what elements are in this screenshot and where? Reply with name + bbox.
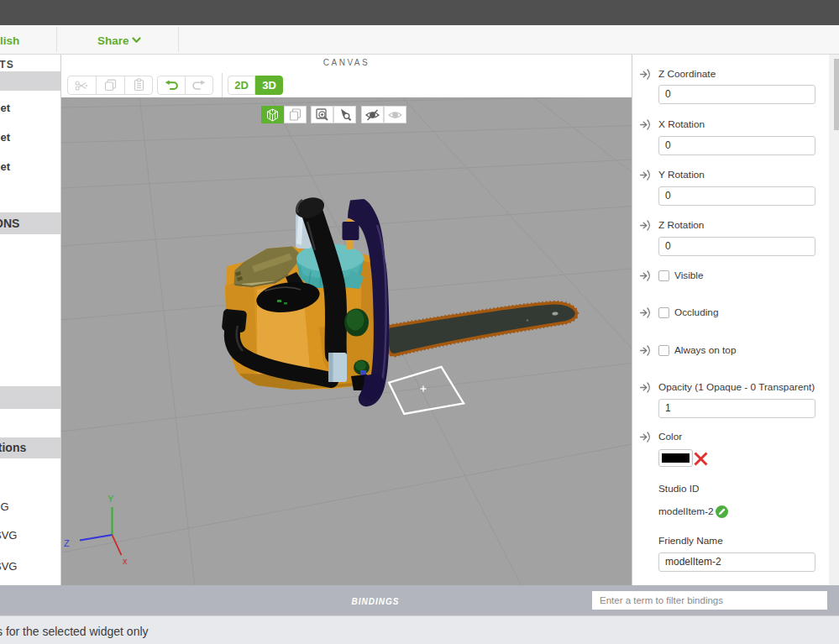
svg-text:x: x (123, 556, 128, 566)
svg-text:Z: Z (64, 538, 70, 548)
svg-text:Y: Y (107, 494, 114, 504)
